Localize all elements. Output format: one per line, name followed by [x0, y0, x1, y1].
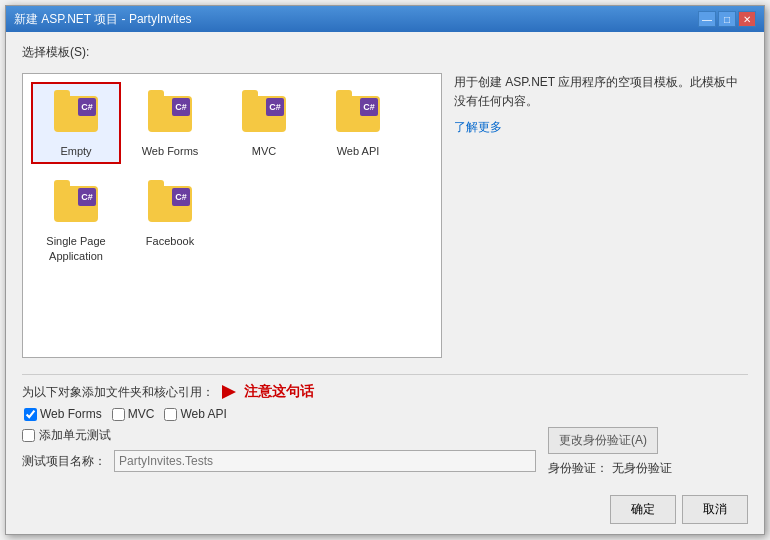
- folder-icon-webforms: C#: [148, 96, 192, 132]
- template-icon-webapi: C#: [332, 88, 384, 140]
- folder-icon-spa: C#: [54, 186, 98, 222]
- template-grid: C# Empty C# Web Forms: [31, 82, 433, 269]
- template-item-webforms[interactable]: C# Web Forms: [125, 82, 215, 164]
- bottom-section: 为以下对象添加文件夹和核心引用： 注意这句话 Web Forms MVC Web…: [22, 366, 748, 477]
- arrow-icon: [222, 385, 236, 399]
- ok-button[interactable]: 确定: [610, 495, 676, 524]
- auth-label: 身份验证：: [548, 460, 608, 477]
- divider-top: [22, 374, 748, 375]
- template-item-spa[interactable]: C# Single PageApplication: [31, 172, 121, 269]
- checkbox-webforms-input[interactable]: [24, 408, 37, 421]
- template-icon-webforms: C#: [144, 88, 196, 140]
- template-label-mvc: MVC: [252, 144, 276, 158]
- csharp-badge-spa: C#: [78, 188, 96, 206]
- unit-test-label[interactable]: 添加单元测试: [22, 427, 111, 444]
- template-panel: C# Empty C# Web Forms: [22, 73, 442, 358]
- template-item-webapi[interactable]: C# Web API: [313, 82, 403, 164]
- template-item-empty[interactable]: C# Empty: [31, 82, 121, 164]
- test-project-input[interactable]: [114, 450, 536, 472]
- test-project-label: 测试项目名称：: [22, 453, 106, 470]
- checkbox-webforms[interactable]: Web Forms: [24, 407, 102, 421]
- footer: 确定 取消: [6, 489, 764, 534]
- template-icon-mvc: C#: [238, 88, 290, 140]
- checkbox-webapi[interactable]: Web API: [164, 407, 226, 421]
- checkbox-webforms-label: Web Forms: [40, 407, 102, 421]
- unit-test-checkbox[interactable]: [22, 429, 35, 442]
- template-section-label: 选择模板(S):: [22, 44, 748, 61]
- checkbox-webapi-label: Web API: [180, 407, 226, 421]
- learn-more-link[interactable]: 了解更多: [454, 119, 748, 136]
- template-label-spa: Single PageApplication: [46, 234, 105, 263]
- template-icon-empty: C#: [50, 88, 102, 140]
- red-note-text: 注意这句话: [244, 383, 314, 401]
- main-window: 新建 ASP.NET 项目 - PartyInvites — □ ✕ 选择模板(…: [5, 5, 765, 535]
- description-text: 用于创建 ASP.NET 应用程序的空项目模板。此模板中没有任何内容。: [454, 73, 748, 111]
- csharp-badge-empty: C#: [78, 98, 96, 116]
- csharp-badge-webforms: C#: [172, 98, 190, 116]
- auth-section: 更改身份验证(A) 身份验证： 无身份验证: [548, 427, 748, 477]
- title-bar-left: 新建 ASP.NET 项目 - PartyInvites: [14, 11, 192, 28]
- template-icon-spa: C#: [50, 178, 102, 230]
- checkboxes-row: Web Forms MVC Web API: [24, 407, 748, 421]
- unit-test-text: 添加单元测试: [39, 427, 111, 444]
- folder-icon-mvc: C#: [242, 96, 286, 132]
- auth-value: 无身份验证: [612, 460, 672, 477]
- unit-test-row: 添加单元测试: [22, 427, 536, 444]
- window-title: 新建 ASP.NET 项目 - PartyInvites: [14, 11, 192, 28]
- test-project-row: 测试项目名称：: [22, 450, 536, 472]
- folder-icon-webapi: C#: [336, 96, 380, 132]
- checkbox-mvc-label: MVC: [128, 407, 155, 421]
- folder-icon-empty: C#: [54, 96, 98, 132]
- maximize-button[interactable]: □: [718, 11, 736, 27]
- close-button[interactable]: ✕: [738, 11, 756, 27]
- window-content: 选择模板(S): C# Empty: [6, 32, 764, 489]
- main-area: C# Empty C# Web Forms: [22, 73, 748, 358]
- template-item-facebook[interactable]: C# Facebook: [125, 172, 215, 269]
- checkbox-mvc[interactable]: MVC: [112, 407, 155, 421]
- minimize-button[interactable]: —: [698, 11, 716, 27]
- description-panel: 用于创建 ASP.NET 应用程序的空项目模板。此模板中没有任何内容。 了解更多: [454, 73, 748, 358]
- cancel-button[interactable]: 取消: [682, 495, 748, 524]
- csharp-badge-mvc: C#: [266, 98, 284, 116]
- template-item-mvc[interactable]: C# MVC: [219, 82, 309, 164]
- csharp-badge-webapi: C#: [360, 98, 378, 116]
- checkbox-webapi-input[interactable]: [164, 408, 177, 421]
- template-label-empty: Empty: [60, 144, 91, 158]
- title-bar: 新建 ASP.NET 项目 - PartyInvites — □ ✕: [6, 6, 764, 32]
- template-label-webapi: Web API: [337, 144, 380, 158]
- folder-icon-facebook: C#: [148, 186, 192, 222]
- title-bar-buttons: — □ ✕: [698, 11, 756, 27]
- csharp-badge-facebook: C#: [172, 188, 190, 206]
- change-auth-button[interactable]: 更改身份验证(A): [548, 427, 658, 454]
- add-folders-label: 为以下对象添加文件夹和核心引用：: [22, 384, 214, 401]
- template-label-facebook: Facebook: [146, 234, 194, 248]
- template-label-webforms: Web Forms: [142, 144, 199, 158]
- checkbox-mvc-input[interactable]: [112, 408, 125, 421]
- template-icon-facebook: C#: [144, 178, 196, 230]
